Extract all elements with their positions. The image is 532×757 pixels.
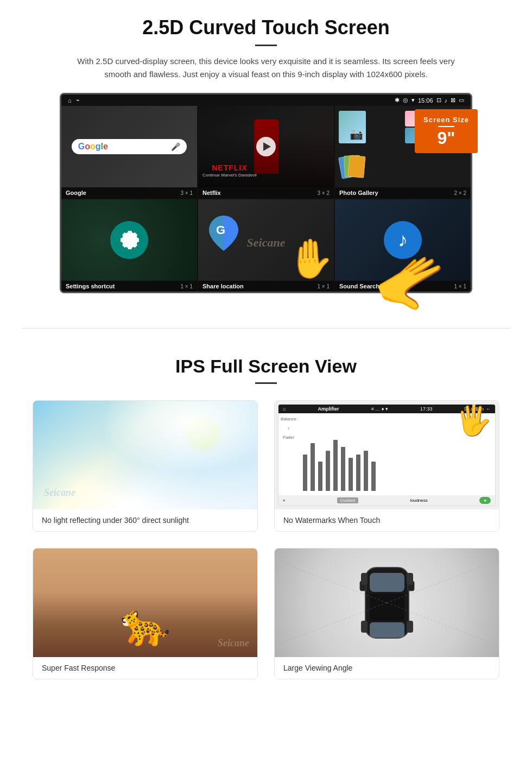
google-app-size: 3 × 1 [180, 190, 193, 196]
x-icon: ⊠ [451, 97, 455, 104]
sound-label: Sound Search 1 × 1 [335, 281, 471, 292]
settings-content [61, 199, 197, 281]
app-grid: Google 🎤 Google 3 × 1 [61, 106, 471, 292]
amp-controls: ≡ … ♦ ▾ [371, 406, 388, 412]
section1-title: 2.5D Curved Touch Screen [33, 16, 499, 39]
section1: 2.5D Curved Touch Screen With 2.5D curve… [0, 0, 532, 306]
location-icon: ◎ [403, 97, 408, 104]
settings-label: Settings shortcut 1 × 1 [61, 281, 197, 292]
feature-label-watermark: No Watermarks When Touch [275, 509, 499, 531]
amp-eq-area: 🖐 [299, 413, 495, 495]
status-bar: ⌂ ⌁ ✱ ◎ ▾ 15:06 ⊡ ♪ ⊠ ▭ [61, 94, 471, 106]
play-button[interactable] [256, 137, 276, 156]
eq-bar-7 [349, 458, 353, 491]
feature-label-response: Super Fast Response [33, 657, 257, 679]
settings-app-name: Settings shortcut [66, 283, 115, 289]
badge-title: Screen Size [423, 116, 469, 124]
cheetah-emoji: 🐆 [120, 601, 171, 649]
section2-divider [255, 382, 277, 384]
sound-app-size: 1 × 1 [454, 283, 466, 289]
eq-bar-9 [364, 451, 368, 491]
camera-icon: ⊡ [436, 97, 441, 104]
settings-app-cell[interactable]: Settings shortcut 1 × 1 [61, 199, 197, 292]
share-app-name: Share location [202, 283, 244, 289]
sunlight-image: Seicane [33, 401, 257, 509]
mic-icon[interactable]: 🎤 [171, 142, 180, 151]
device-screen: ⌂ ⌁ ✱ ◎ ▾ 15:06 ⊡ ♪ ⊠ ▭ [60, 93, 472, 293]
statusbar-left: ⌂ ⌁ [68, 97, 80, 104]
svg-line-12 [284, 564, 387, 603]
section1-description: With 2.5D curved-display screen, this de… [76, 55, 456, 81]
cheetah-watermark: Seicane [218, 638, 249, 649]
settings-icon-circle [110, 221, 148, 259]
sound-content: ♪ [335, 199, 471, 281]
amp-screen: ⌂ Amplifier ≡ … ♦ ▾ 17:33 ⊡ ♪ ⊠ ▭ ← Bala… [278, 404, 496, 506]
google-app-cell[interactable]: Google 🎤 Google 3 × 1 [61, 106, 197, 198]
play-icon [263, 142, 271, 151]
usb-icon: ⌁ [76, 97, 80, 104]
eq-bar-8 [356, 455, 360, 491]
amp-back-icon[interactable]: « [283, 498, 285, 503]
sound-app-name: Sound Search [339, 283, 379, 289]
badge-divider [438, 126, 454, 127]
amp-toggle[interactable]: ● [479, 497, 491, 504]
section-divider [22, 328, 510, 329]
amp-body: Balance ♪ Fader [278, 413, 495, 495]
amp-balance-label: Balance [281, 417, 296, 421]
stack-card-3 [347, 155, 365, 178]
wifi-icon: ▾ [411, 97, 415, 104]
music-note-icon: ♪ [398, 229, 408, 251]
eq-bar-2 [311, 443, 315, 491]
feature-label-sunlight: No light reflecting under 360° direct su… [33, 509, 257, 531]
feature-card-sunlight: Seicane No light reflecting under 360° d… [33, 400, 258, 532]
feature-card-cheetah: 🐆 Seicane Super Fast Response [33, 548, 258, 679]
section2-title: IPS Full Screen View [22, 356, 510, 377]
google-logo: Google [78, 142, 108, 152]
sound-app-cell[interactable]: ♪ Sound Search 1 × 1 [335, 199, 471, 292]
amp-time: 17:33 [420, 406, 433, 412]
home-icon[interactable]: ⌂ [68, 97, 72, 104]
google-search-bar[interactable]: Google 🎤 [72, 139, 187, 154]
device-watermark: Seicane [247, 236, 286, 250]
clock-display: 15:06 [418, 97, 433, 104]
eq-bar-10 [371, 462, 376, 491]
amp-custom-label[interactable]: Custom [337, 497, 359, 503]
settings-app-size: 1 × 1 [180, 283, 193, 289]
svg-line-14 [284, 603, 387, 642]
bluetooth-icon: ✱ [395, 97, 400, 104]
amp-home-icon: ⌂ [283, 406, 286, 412]
hand-eq-icon: 🖐 [455, 404, 492, 438]
amplifier-image: ⌂ Amplifier ≡ … ♦ ▾ 17:33 ⊡ ♪ ⊠ ▭ ← Bala… [275, 401, 499, 509]
maps-icon: G [209, 216, 239, 253]
badge-size: 9" [438, 128, 455, 148]
share-app-size: 1 × 1 [317, 283, 330, 289]
netflix-content: NETFLIX Continue Marvel's Daredevil [198, 106, 334, 187]
svg-text:G: G [216, 223, 225, 237]
svg-line-13 [387, 564, 490, 603]
device-mockup: Screen Size 9" ⌂ ⌁ ✱ ◎ ▾ 15:06 ⊡ ♪ ⊠ [60, 93, 472, 293]
netflix-app-cell[interactable]: NETFLIX Continue Marvel's Daredevil Netf… [198, 106, 334, 198]
eq-bar-3 [318, 462, 322, 491]
eq-bar-4 [326, 451, 330, 491]
photo-app-size: 2 × 2 [454, 190, 466, 196]
google-app-name: Google [66, 190, 86, 196]
svg-line-15 [387, 603, 490, 642]
photo-label: Photo Gallery 2 × 2 [335, 187, 471, 198]
volume-icon: ♪ [445, 97, 448, 104]
viewing-angle-lines [275, 548, 499, 657]
amp-fader-label: Fader [281, 435, 296, 440]
feature-label-viewing: Large Viewing Angle [275, 657, 499, 679]
amp-left-labels: Balance ♪ Fader [278, 413, 299, 495]
statusbar-right: ✱ ◎ ▾ 15:06 ⊡ ♪ ⊠ ▭ [395, 97, 464, 104]
eq-bar-1 [303, 455, 307, 491]
gear-icon [118, 229, 140, 251]
amp-title: Amplifier [318, 406, 339, 412]
feature-grid: Seicane No light reflecting under 360° d… [22, 400, 510, 679]
share-label: Share location 1 × 1 [198, 281, 334, 292]
sunlight-watermark: Seicane [44, 487, 75, 499]
netflix-logo-overlay: NETFLIX Continue Marvel's Daredevil [202, 163, 257, 178]
amp-vol-icon: ♪ [281, 426, 296, 431]
amp-loudness-label: loudness [410, 498, 428, 503]
netflix-continue-text: Continue Marvel's Daredevil [202, 173, 257, 178]
screen-size-badge: Screen Size 9" [415, 109, 478, 153]
